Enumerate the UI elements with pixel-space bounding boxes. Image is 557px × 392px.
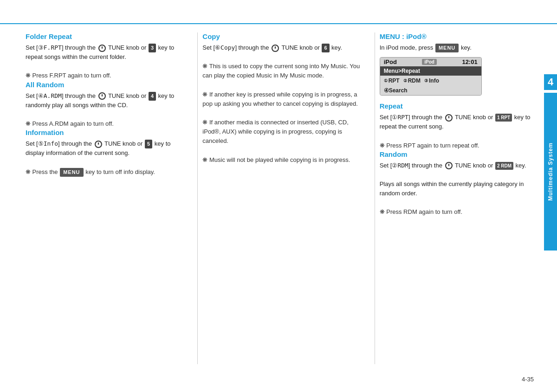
chapter-side-tab: Multimedia System <box>544 93 557 251</box>
menu-ipod-body: In iPod mode, press MENU key. <box>380 43 538 52</box>
ipod-options: ①RPT ②RDM ③Info <box>380 76 481 86</box>
note-ardm: ❋ Press A.RDM again to turn off. <box>26 120 114 127</box>
random-desc: Plays all songs within the currently pla… <box>380 180 524 197</box>
section-folder-repeat: Folder Repeat Set [③F.RPT] through the T… <box>26 32 184 81</box>
repeat-body: Set [①RPT] through the TUNE knob or 1 RP… <box>380 113 538 150</box>
key-6: 6 <box>322 44 329 52</box>
code-copy: ⑥Copy <box>215 44 235 51</box>
content-columns: Folder Repeat Set [③F.RPT] through the T… <box>26 32 538 364</box>
key-5: 5 <box>145 140 152 148</box>
information-body: Set [⑤Info] through the TUNE knob or 5 k… <box>26 139 184 177</box>
ipod-menu-row: Menu>Repeat <box>380 66 481 76</box>
tune-knob-icon-5 <box>445 114 453 122</box>
note-rpt: ❋ Press RPT again to turn repeat off. <box>380 142 479 149</box>
tune-knob-icon <box>98 45 106 52</box>
random-body: Set [②RDM] through the TUNE knob or 2 RD… <box>380 161 538 217</box>
ipod-screen: iPod iPod 12:01 Menu>Repeat ①RPT ②RDM ③I… <box>380 57 482 96</box>
copy-title: Copy <box>202 32 361 40</box>
code-rpt: ①RPT <box>392 114 408 121</box>
top-decorative-line <box>0 23 557 24</box>
col-divider-2 <box>375 32 375 364</box>
code-frpt: ③F.RPT <box>38 44 62 51</box>
ipod-header-left: iPod <box>384 58 397 65</box>
bullet-4: ❋ Music will not be played while copying… <box>202 156 350 163</box>
chapter-label: Multimedia System <box>547 142 554 201</box>
chapter-number: 4 <box>544 74 557 90</box>
tune-knob-icon-3 <box>95 141 102 148</box>
random-title: Random <box>380 150 538 158</box>
menu-badge-2: MENU <box>435 44 459 52</box>
ipod-option-rpt: ①RPT <box>384 77 400 84</box>
key-4: 4 <box>149 92 156 101</box>
code-rdm: ②RDM <box>392 162 408 169</box>
section-copy: Copy Set [⑥Copy] through the TUNE knob o… <box>202 32 361 165</box>
information-title: Information <box>26 129 184 136</box>
page-number: 4-35 <box>522 376 534 383</box>
bullet-2: ❋ If another key is pressed while copyin… <box>202 91 358 107</box>
folder-repeat-body: Set [③F.RPT] through the TUNE knob or 3 … <box>26 43 184 81</box>
note-frpt: ❋ Press F.RPT again to turn off. <box>26 72 111 79</box>
ipod-num-3: ③ <box>424 78 428 83</box>
column-2: Copy Set [⑥Copy] through the TUNE knob o… <box>202 32 369 364</box>
tune-knob-icon-2 <box>98 92 106 100</box>
menu-ipod-title: MENU : iPod® <box>380 32 538 40</box>
section-repeat: Repeat Set [①RPT] through the TUNE knob … <box>380 102 538 150</box>
ipod-time: 12:01 <box>462 58 477 65</box>
ipod-logo: iPod <box>422 59 437 65</box>
note-rdm: ❋ Press RDM again to turn off. <box>380 208 462 215</box>
tune-knob-icon-4 <box>272 45 279 52</box>
copy-body: Set [⑥Copy] through the TUNE knob or 6 k… <box>202 43 361 165</box>
bullet-1: ❋ This is used to copy the current song … <box>202 63 360 79</box>
all-random-body: Set [④A.RDM] through the TUNE knob or 4 … <box>26 91 184 129</box>
ipod-screen-header: iPod iPod 12:01 <box>380 58 481 66</box>
ipod-num-1: ① <box>384 78 388 83</box>
all-random-title: All Random <box>26 81 184 89</box>
section-all-random: All Random Set [④A.RDM] through the TUNE… <box>26 81 184 129</box>
ipod-num-2: ② <box>403 78 407 83</box>
column-3: MENU : iPod® In iPod mode, press MENU ke… <box>380 32 538 364</box>
menu-badge: MENU <box>60 168 83 177</box>
main-content: Folder Repeat Set [③F.RPT] through the T… <box>26 32 538 364</box>
key-2rdm: 2 RDM <box>495 162 513 170</box>
note-info: ❋ Press the MENU key to turn off info di… <box>26 168 155 175</box>
ipod-option-rdm: ②RDM <box>403 77 421 84</box>
code-info: ⑤Info <box>38 140 58 147</box>
key-1rpt: 1 RPT <box>495 114 512 122</box>
code-ardm: ④A.RDM <box>38 92 62 99</box>
key-3: 3 <box>149 44 156 52</box>
section-information: Information Set [⑤Info] through the TUNE… <box>26 129 184 177</box>
section-random: Random Set [②RDM] through the TUNE knob … <box>380 150 538 217</box>
bullet-3: ❋ If another media is connected or inser… <box>202 119 348 144</box>
repeat-title: Repeat <box>380 102 538 110</box>
tune-knob-icon-6 <box>445 162 453 169</box>
ipod-search-row: ④Search <box>380 86 481 95</box>
ipod-option-info: ③Info <box>424 77 439 84</box>
col-divider-1 <box>197 32 198 364</box>
folder-repeat-title: Folder Repeat <box>26 32 184 40</box>
column-1: Folder Repeat Set [③F.RPT] through the T… <box>26 32 193 364</box>
section-menu-ipod: MENU : iPod® In iPod mode, press MENU ke… <box>380 32 538 96</box>
